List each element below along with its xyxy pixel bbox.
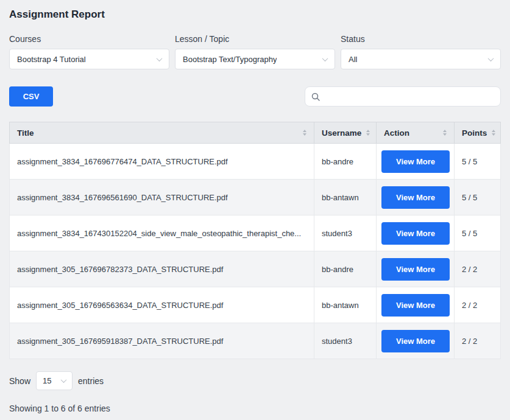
row-username: student3 — [314, 215, 377, 251]
row-title: assignment_3834_167696776474_DATA_STRUCT… — [10, 144, 314, 180]
header-username-label: Username — [322, 128, 361, 138]
table-row: assignment_305_167696563634_DATA_STRUCTU… — [10, 287, 501, 323]
row-action-cell: View More — [377, 180, 455, 215]
row-title: assignment_305_167696782373_DATA_STRUCTU… — [10, 251, 314, 287]
row-username: bb-andre — [314, 144, 377, 180]
chevron-down-icon — [157, 55, 163, 61]
table-row: assignment_305_167695918387_DATA_STRUCTU… — [10, 323, 501, 359]
row-title: assignment_3834_167430152204_side_view_m… — [10, 215, 314, 251]
show-label: Show — [9, 376, 30, 386]
row-title: assignment_305_167695918387_DATA_STRUCTU… — [10, 323, 314, 359]
entries-label: entries — [78, 376, 104, 386]
table-row: assignment_3834_167696561690_DATA_STRUCT… — [10, 180, 501, 215]
row-action-cell: View More — [377, 144, 455, 180]
page-size-value: 15 — [43, 376, 51, 385]
row-action-cell: View More — [377, 215, 455, 251]
header-action-label: Action — [384, 128, 409, 138]
courses-select[interactable]: Bootstrap 4 Tutorial — [9, 49, 169, 69]
lesson-topic-select[interactable]: Bootstrap Text/Typography — [175, 49, 335, 69]
filter-lesson-topic: Lesson / Topic Bootstrap Text/Typography — [175, 34, 335, 69]
search-input[interactable] — [305, 86, 501, 107]
sort-icon — [366, 130, 370, 136]
row-points: 5 / 5 — [455, 180, 501, 215]
row-points: 2 / 2 — [455, 251, 501, 287]
row-action-cell: View More — [377, 287, 455, 323]
lesson-topic-select-value: Bootstrap Text/Typography — [183, 55, 277, 64]
assignments-table: Title Username Action — [9, 122, 501, 359]
row-username: student3 — [314, 323, 377, 359]
status-select[interactable]: All — [341, 49, 501, 69]
row-action-cell: View More — [377, 323, 455, 359]
header-username[interactable]: Username — [314, 122, 377, 144]
sort-icon — [492, 130, 495, 136]
view-more-button[interactable]: View More — [381, 294, 450, 317]
row-username: bb-antawn — [314, 287, 377, 323]
view-more-button[interactable]: View More — [381, 150, 450, 173]
row-points: 5 / 5 — [455, 144, 501, 180]
view-more-button[interactable]: View More — [381, 330, 450, 352]
row-username: bb-antawn — [314, 180, 377, 215]
lesson-topic-label: Lesson / Topic — [175, 34, 335, 44]
csv-export-button[interactable]: CSV — [9, 86, 53, 107]
row-title: assignment_3834_167696561690_DATA_STRUCT… — [10, 180, 314, 215]
page-size-select[interactable]: 15 — [36, 371, 73, 390]
filters-row: Courses Bootstrap 4 Tutorial Lesson / To… — [9, 34, 501, 69]
view-more-button[interactable]: View More — [381, 258, 450, 281]
header-points-label: Points — [462, 128, 487, 138]
header-points[interactable]: Points — [455, 122, 501, 144]
table-row: assignment_3834_167430152204_side_view_m… — [10, 215, 501, 251]
view-more-button[interactable]: View More — [381, 222, 450, 245]
view-more-button[interactable]: View More — [381, 186, 450, 209]
chevron-down-icon — [488, 55, 494, 61]
table-body: assignment_3834_167696776474_DATA_STRUCT… — [10, 144, 501, 359]
page-size-row: Show 15 entries — [9, 371, 501, 390]
assignment-report-page: Assignment Report Courses Bootstrap 4 Tu… — [0, 0, 510, 420]
filter-courses: Courses Bootstrap 4 Tutorial — [9, 34, 169, 69]
header-title[interactable]: Title — [10, 122, 314, 144]
status-select-value: All — [349, 55, 357, 64]
header-title-label: Title — [17, 128, 34, 138]
row-points: 2 / 2 — [455, 323, 501, 359]
sort-icon — [443, 130, 447, 136]
chevron-down-icon — [322, 55, 328, 61]
row-points: 5 / 5 — [455, 215, 501, 251]
row-title: assignment_305_167696563634_DATA_STRUCTU… — [10, 287, 314, 323]
table-row: assignment_3834_167696776474_DATA_STRUCT… — [10, 144, 501, 180]
chevron-down-icon — [61, 377, 67, 383]
search-container — [305, 86, 501, 107]
table-row: assignment_305_167696782373_DATA_STRUCTU… — [10, 251, 501, 287]
filter-status: Status All — [341, 34, 501, 69]
row-username: bb-andre — [314, 251, 377, 287]
header-action[interactable]: Action — [377, 122, 455, 144]
status-label: Status — [341, 34, 501, 44]
row-action-cell: View More — [377, 251, 455, 287]
sort-icon — [303, 130, 306, 136]
row-points: 2 / 2 — [455, 287, 501, 323]
toolbar: CSV — [9, 86, 501, 107]
page-title: Assignment Report — [9, 9, 501, 21]
results-summary: Showing 1 to 6 of 6 entries — [9, 404, 501, 413]
courses-select-value: Bootstrap 4 Tutorial — [17, 55, 86, 64]
table-header-row: Title Username Action — [10, 122, 501, 144]
courses-label: Courses — [9, 34, 169, 44]
